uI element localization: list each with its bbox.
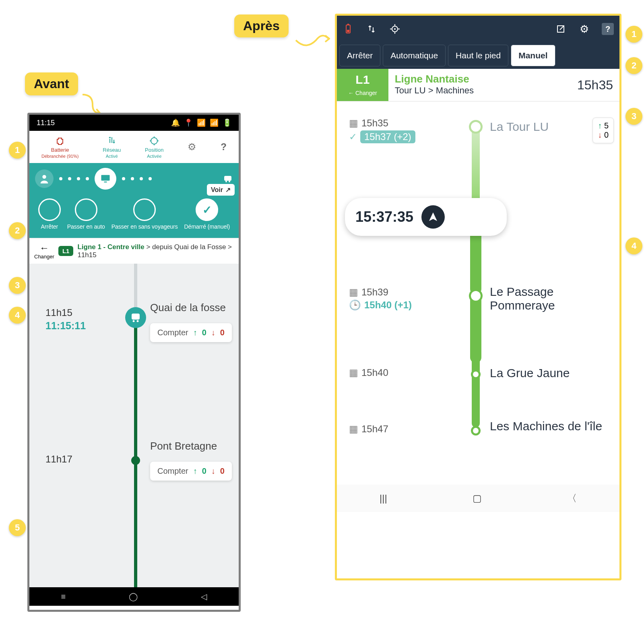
network-indicator: Réseau Activé bbox=[103, 136, 121, 159]
arreter-button[interactable]: Arrêter bbox=[38, 198, 61, 230]
s2-live: 15h40 (+1) bbox=[364, 299, 412, 311]
android-navbar[interactable]: ||| ▢ 〈 bbox=[337, 485, 619, 512]
up-arrow-icon: ↑ bbox=[193, 466, 197, 476]
line-badge[interactable]: L1 ← Changer bbox=[337, 69, 388, 101]
down-count: 0 bbox=[220, 466, 225, 476]
bus-mini-icon bbox=[223, 173, 233, 184]
line-code: L1 bbox=[58, 246, 74, 256]
nav-back-icon[interactable]: ◁ bbox=[201, 592, 207, 601]
stop1-name: Quai de la fosse bbox=[150, 301, 226, 314]
check-icon: ✓ bbox=[349, 131, 357, 142]
svg-rect-11 bbox=[132, 314, 140, 320]
help-icon[interactable]: ? bbox=[602, 23, 614, 35]
android-navbar[interactable]: ≡ ◯ ◁ bbox=[29, 587, 239, 606]
s4-sched: 15h47 bbox=[361, 423, 388, 435]
line-code: L1 bbox=[355, 73, 369, 87]
stop2-name: Le Passage Pommeraye bbox=[490, 285, 611, 312]
s1-sched: 15h35 bbox=[361, 118, 388, 129]
passenger-count[interactable]: ↑ 5 ↓ 0 bbox=[592, 118, 614, 143]
changer-button[interactable]: ← Changer bbox=[345, 89, 380, 97]
battery-indicator: Batterie Débranchée (91%) bbox=[41, 136, 78, 159]
gear-icon[interactable]: ⚙ bbox=[578, 23, 590, 35]
line-info: Ligne Nantaise Tour LU > Machines bbox=[388, 69, 571, 101]
arreter-label: Arrêter bbox=[41, 223, 58, 230]
sync-icon[interactable] bbox=[366, 23, 377, 35]
svg-point-5 bbox=[42, 175, 46, 179]
nav-home-icon[interactable]: ◯ bbox=[129, 592, 138, 601]
stop2-counter[interactable]: Compter ↑0 ↓0 bbox=[150, 462, 232, 481]
battery-sub: Débranchée (91%) bbox=[41, 154, 78, 159]
tab-arreter[interactable]: Arrêter bbox=[339, 45, 380, 66]
svg-point-13 bbox=[137, 320, 139, 322]
demarre-label: Démarré (manuel) bbox=[184, 223, 230, 230]
line-name: Ligne Nantaise bbox=[395, 73, 564, 85]
down-count: 0 bbox=[220, 328, 225, 337]
stop3-times: ▦15h40 bbox=[349, 367, 388, 378]
line-header: ← Changer L1 Ligne 1 - Centre ville > de… bbox=[29, 238, 239, 264]
external-icon[interactable] bbox=[555, 23, 566, 35]
apres-badge-4: 4 bbox=[625, 237, 642, 254]
svg-rect-15 bbox=[347, 24, 349, 25]
grid-icon: ▦ bbox=[349, 367, 358, 378]
gear-icon[interactable]: ⚙ bbox=[188, 141, 196, 153]
svg-rect-7 bbox=[104, 182, 107, 182]
apres-badge-2: 2 bbox=[625, 57, 642, 74]
control-row: Arrêter Passer en auto Passer en sans vo… bbox=[35, 198, 233, 230]
auto-button[interactable]: Passer en auto bbox=[67, 198, 105, 230]
status-time: 11:15 bbox=[37, 119, 55, 127]
external-icon: ↗ bbox=[225, 186, 231, 194]
locate-icon[interactable] bbox=[389, 23, 400, 35]
nav-back-icon[interactable]: 〈 bbox=[567, 492, 577, 505]
position-icon bbox=[149, 136, 159, 146]
mode-tabs: Arrêter Automatique Haut le pied Manuel bbox=[337, 42, 619, 69]
location-icon: 📍 bbox=[184, 118, 193, 127]
tab-haut-le-pied[interactable]: Haut le pied bbox=[448, 45, 508, 66]
help-icon[interactable]: ? bbox=[221, 141, 227, 153]
s1-live: 15h37 (+2) bbox=[360, 130, 415, 143]
voir-button[interactable]: Voir ↗ bbox=[207, 184, 235, 196]
driver-icon bbox=[35, 169, 54, 188]
stop4-name: Les Machines de l'île bbox=[490, 419, 602, 433]
stop2-dot bbox=[131, 456, 140, 465]
top-indicators: Batterie Débranchée (91%) Réseau Activé … bbox=[29, 131, 239, 163]
sans-voyageurs-button[interactable]: Passer en sans voyageurs bbox=[111, 198, 178, 230]
apres-tag: Après bbox=[234, 14, 289, 37]
down-arrow-icon: ↓ bbox=[598, 130, 602, 139]
stop1-marker bbox=[469, 120, 483, 134]
nav-arrow-icon bbox=[421, 205, 445, 229]
stop4-times: ▦15h47 bbox=[349, 423, 388, 435]
battery-icon: 🔋 bbox=[223, 118, 231, 127]
apres-badge-3: 3 bbox=[625, 108, 642, 125]
nav-recent-icon[interactable]: ≡ bbox=[61, 592, 66, 601]
tab-automatique[interactable]: Automatique bbox=[383, 45, 446, 66]
battery-icon bbox=[55, 136, 65, 146]
current-time: 15:37:35 bbox=[355, 208, 413, 225]
network-icon bbox=[107, 136, 117, 146]
tab-manuel[interactable]: Manuel bbox=[511, 45, 555, 66]
demarre-button[interactable]: Démarré (manuel) bbox=[184, 198, 230, 230]
stop2-times: ▦15h39 🕒15h40 (+1) bbox=[349, 287, 412, 311]
counter-label: Compter bbox=[157, 466, 188, 476]
auto-label: Passer en auto bbox=[67, 223, 105, 230]
svg-point-18 bbox=[394, 28, 396, 30]
avant-badge-3: 3 bbox=[9, 277, 26, 294]
stop1-counter[interactable]: Compter ↑0 ↓0 bbox=[150, 323, 232, 342]
nav-recent-icon[interactable]: ||| bbox=[380, 493, 387, 504]
position-sub: Activée bbox=[147, 154, 161, 159]
svg-rect-6 bbox=[101, 175, 110, 181]
nav-home-icon[interactable]: ▢ bbox=[473, 493, 482, 504]
down-count: 0 bbox=[604, 130, 609, 139]
apres-phone: ⚙ ? Arrêter Automatique Haut le pied Man… bbox=[335, 14, 621, 580]
apres-topbar: ⚙ ? bbox=[337, 16, 619, 42]
teal-panel: Voir ↗ Arrêter Passer en auto Passer en … bbox=[29, 163, 239, 238]
down-arrow-icon: ↓ bbox=[211, 328, 215, 337]
svg-point-9 bbox=[225, 181, 227, 182]
changer-button[interactable]: ← Changer bbox=[34, 242, 54, 260]
line-route: Tour LU > Machines bbox=[395, 85, 564, 96]
apres-timeline: ↑ 5 ↓ 0 ▦15h35 ✓15h37 (+2) La Tour LU 15… bbox=[337, 101, 619, 512]
avant-badge-4: 4 bbox=[9, 307, 26, 324]
wifi-icon: 📶 bbox=[197, 118, 206, 127]
line-name: Ligne 1 - Centre ville bbox=[77, 243, 144, 251]
up-arrow-icon: ↑ bbox=[598, 121, 602, 130]
network-label: Réseau bbox=[103, 147, 121, 153]
